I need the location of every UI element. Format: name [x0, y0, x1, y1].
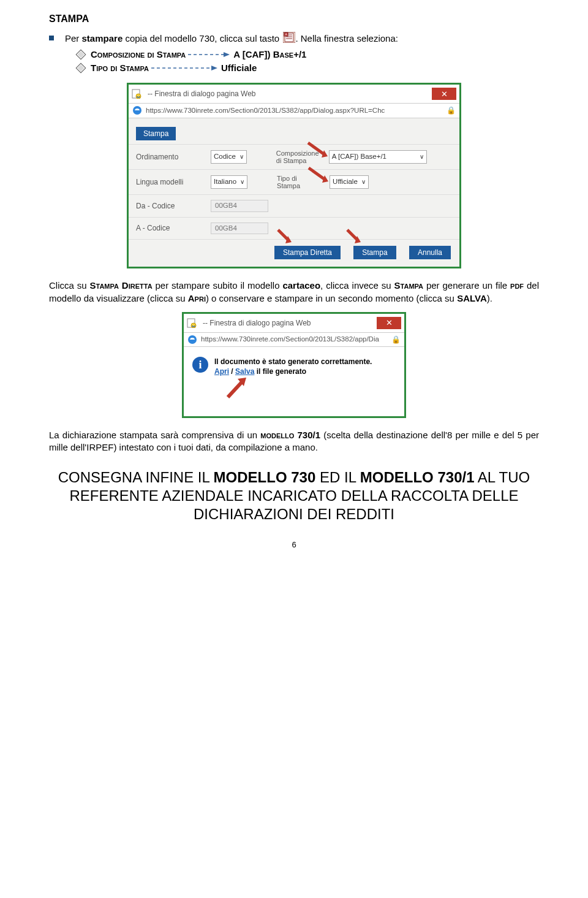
composizione-label: Composizione di Stampa: [276, 150, 322, 164]
dialog-button-bar: Stampa Diretta Stampa Annulla: [129, 239, 459, 267]
info-row: i Il documento è stato generato corretta…: [192, 357, 396, 376]
select-value: Italiano: [214, 177, 236, 187]
sub-item-tipo: Tipo di Stampa Ufficiale: [77, 62, 539, 74]
chevron-down-icon: ∨: [240, 178, 244, 186]
svg-rect-14: [135, 110, 140, 111]
sub-item-value: Ufficiale: [221, 62, 257, 74]
info-line1: Il documento è stato generato correttame…: [214, 357, 372, 366]
print-dialog: -- Finestra di dialogo pagina Web ✕ http…: [127, 83, 461, 268]
lock-icon: 🔒: [391, 335, 401, 344]
url-text: https://www.730inrete.com/Section0/2013L…: [146, 106, 443, 116]
tipo-label: Tipo di Stampa: [277, 175, 322, 189]
row-lingua: Lingua modelli Italiano∨ Tipo di Stampa …: [129, 169, 459, 194]
section-heading: STAMPA: [49, 12, 539, 26]
dialog-titlebar: -- Finestra di dialogo pagina Web ✕: [129, 85, 459, 104]
final-part1: CONSEGNA INFINE IL: [58, 469, 214, 485]
svg-point-20: [191, 323, 196, 328]
stampa-diretta-button[interactable]: Stampa Diretta: [274, 246, 341, 259]
url-text: https://www.730inrete.com/Section0/2013L…: [201, 335, 388, 344]
ie-page-icon: [187, 318, 197, 328]
square-bullet-icon: [49, 36, 54, 40]
intro-tail: . Nella finestra seleziona:: [295, 32, 398, 43]
ordinamento-label: Ordinamento: [136, 152, 203, 162]
paragraph-stampa: Clicca su Stampa Diretta per stampare su…: [49, 280, 539, 305]
final-bold1: MODELLO 730: [214, 469, 316, 485]
ie-page-icon: [132, 89, 141, 99]
sub-item-composizione: Composizione di Stampa A [CAF]) Base+/1: [77, 48, 539, 61]
info-text: Il documento è stato generato correttame…: [214, 357, 372, 376]
svg-marker-16: [322, 175, 328, 183]
row-a-codice: A - Codice 00GB4: [129, 217, 459, 240]
select-value: Ufficiale: [333, 177, 358, 187]
salva-link[interactable]: Salva: [235, 367, 254, 376]
lingua-label: Lingua modelli: [136, 177, 203, 187]
row-ordinamento: Ordinamento Codice∨ Composizione di Stam…: [129, 144, 459, 169]
annulla-button[interactable]: Annulla: [409, 246, 451, 259]
dialog-body: Stampa Ordinamento Codice∨ Composizione …: [129, 118, 459, 267]
print-doc-icon: A: [283, 32, 295, 46]
final-message: CONSEGNA INFINE IL MODELLO 730 ED IL MOD…: [49, 468, 539, 523]
lingua-select[interactable]: Italiano∨: [211, 175, 247, 189]
sub-item-label: Tipo di Stampa: [91, 62, 149, 74]
final-bold2: MODELLO 730/1: [360, 469, 475, 485]
select-value: Codice: [214, 152, 236, 162]
chevron-down-icon: ∨: [361, 178, 366, 186]
address-bar: https://www.730inrete.com/Section0/2013L…: [129, 104, 459, 118]
intro-bold: stampare: [82, 32, 123, 43]
apri-link[interactable]: Apri: [214, 367, 229, 376]
a-input: 00GB4: [211, 223, 268, 235]
sub-item-value: A [CAF]) Base+/1: [233, 48, 306, 61]
intro-part3: copia del modello 730, clicca sul tasto: [123, 32, 282, 43]
svg-rect-22: [190, 340, 195, 340]
da-label: Da - Codice: [136, 201, 203, 211]
final-part3: ED IL: [315, 469, 360, 485]
chevron-down-icon: ∨: [239, 153, 244, 161]
dialog-body: i Il documento è stato generato corretta…: [184, 347, 404, 416]
row-da-codice: Da - Codice 00GB4: [129, 194, 459, 217]
dialog-titlebar: -- Finestra di dialogo pagina Web ✕: [184, 314, 404, 333]
intro-bullet: Per stampare copia del modello 730, clic…: [49, 32, 539, 46]
svg-marker-10: [211, 66, 217, 70]
diamond-bullet-icon: [76, 63, 86, 74]
da-input: 00GB4: [211, 200, 268, 212]
lock-icon: 🔒: [447, 105, 456, 115]
chevron-down-icon: ∨: [420, 153, 424, 161]
ie-icon: [187, 335, 197, 344]
close-button[interactable]: ✕: [432, 88, 456, 100]
ie-icon: [132, 105, 142, 115]
tab-stampa[interactable]: Stampa: [136, 127, 176, 140]
tipo-select[interactable]: Ufficiale∨: [330, 175, 369, 189]
sub-item-label: Composizione di Stampa: [91, 48, 186, 61]
intro-text: Per stampare copia del modello 730, clic…: [65, 32, 398, 46]
svg-marker-8: [224, 52, 230, 57]
info-icon: i: [192, 357, 208, 373]
select-value: A [CAF]) Base+/1: [332, 152, 386, 162]
a-label: A - Codice: [136, 223, 203, 233]
paragraph-modello: La dichiarazione stampata sarà comprensi…: [49, 429, 539, 454]
red-arrow-icon: [224, 375, 396, 402]
dialog-title: -- Finestra di dialogo pagina Web: [203, 318, 377, 328]
dashed-arrow-icon: [151, 62, 219, 74]
close-button[interactable]: ✕: [377, 317, 401, 329]
dashed-arrow-icon: [188, 48, 231, 61]
diamond-bullet-icon: [76, 49, 86, 59]
sub-list: Composizione di Stampa A [CAF]) Base+/1 …: [77, 48, 539, 75]
intro-part1: Per: [65, 32, 82, 43]
info-tail: il file generato: [254, 367, 306, 376]
composizione-select[interactable]: A [CAF]) Base+/1 ∨: [329, 150, 427, 164]
info-dialog: -- Finestra di dialogo pagina Web ✕ http…: [182, 312, 406, 418]
ordinamento-select[interactable]: Codice∨: [211, 150, 247, 164]
page-number: 6: [49, 539, 539, 550]
address-bar: https://www.730inrete.com/Section0/2013L…: [184, 333, 404, 347]
stampa-button[interactable]: Stampa: [353, 246, 396, 259]
svg-point-12: [136, 94, 141, 99]
dialog-title: -- Finestra di dialogo pagina Web: [148, 89, 432, 99]
svg-marker-15: [322, 150, 328, 158]
info-sep: /: [229, 367, 235, 376]
